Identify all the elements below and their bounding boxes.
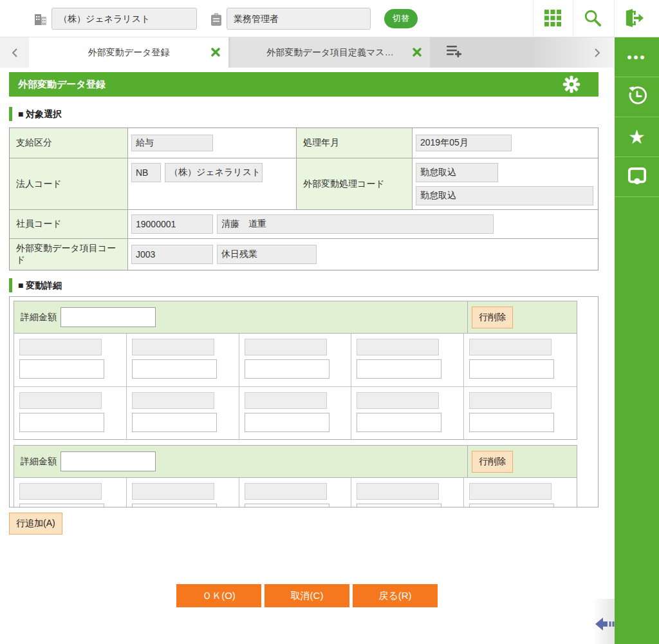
corporate-code-input [131, 163, 161, 182]
detail-item-value-input[interactable] [469, 413, 554, 432]
detail-grid-cell [239, 387, 352, 439]
item-code-cell [128, 239, 598, 270]
tab-external-data-entry[interactable]: 外部変動データ登録 [29, 37, 228, 68]
detail-item-readonly-input [469, 339, 552, 355]
detail-grid-cell [351, 478, 464, 507]
detail-item-readonly-input [357, 392, 439, 409]
ok-button[interactable]: ＯＫ(O) [176, 584, 261, 607]
detail-row-header: 詳細金額 行削除 [14, 446, 577, 478]
detail-item-readonly-input [19, 392, 102, 409]
detail-grid-row [14, 478, 577, 507]
logout-icon [624, 8, 644, 30]
detail-item-readonly-input [132, 392, 214, 409]
employee-name-input [217, 214, 494, 234]
clipboard-icon [209, 12, 224, 27]
detail-item-value-input[interactable] [19, 413, 104, 432]
payment-category-input [131, 135, 213, 151]
detail-item-value-input[interactable] [132, 504, 217, 507]
note-icon [627, 166, 647, 187]
page-title: 外部変動データ登録 [9, 79, 106, 91]
history-button[interactable] [615, 77, 659, 117]
detail-row-block: 詳細金額 行削除 [14, 445, 577, 507]
back-button[interactable]: 戻る(R) [353, 584, 438, 607]
detail-item-readonly-input [357, 339, 439, 355]
favorites-button[interactable]: ★ [615, 117, 659, 157]
payment-category-cell [128, 128, 297, 158]
detail-grid-cell [127, 478, 239, 507]
detail-grid-cell [239, 478, 352, 507]
detail-item-readonly-input [245, 483, 327, 500]
external-process-code-cell [413, 158, 598, 210]
process-month-input [416, 135, 512, 151]
tab-bar: 外部変動データ登録 外部変動データ項目定義マス… [0, 37, 615, 68]
detail-grid-cell [464, 334, 577, 386]
detail-row-header: 詳細金額 行削除 [14, 301, 577, 334]
switch-button[interactable]: 切替 [384, 9, 418, 28]
search-icon [583, 8, 602, 30]
process-month-cell [413, 128, 598, 158]
item-name-input [217, 245, 317, 264]
collapse-panel-arrow-icon[interactable] [595, 616, 617, 632]
detail-item-value-input[interactable] [357, 413, 441, 432]
detail-item-value-input[interactable] [245, 504, 330, 507]
tab-item-definition-master[interactable]: 外部変動データ項目定義マス… [230, 37, 430, 68]
logout-button[interactable] [614, 0, 654, 37]
process-month-label: 処理年月 [297, 128, 413, 158]
add-row-button[interactable]: 行追加(A) [9, 513, 62, 535]
detail-grid-cell [14, 387, 127, 439]
detail-grid-cell [351, 387, 464, 439]
detail-item-value-input[interactable] [245, 359, 330, 379]
close-tab-icon[interactable] [211, 48, 220, 59]
external-process-name-input [416, 186, 593, 205]
section-target-select: ■ 対象選択 [9, 107, 62, 121]
detail-grid-cell [14, 334, 127, 386]
detail-amount-input[interactable] [60, 451, 156, 471]
detail-item-readonly-input [132, 339, 214, 355]
item-code-input [131, 245, 213, 264]
delete-row-button[interactable]: 行削除 [472, 451, 513, 473]
detail-item-value-input[interactable] [469, 504, 554, 507]
detail-grid-cell [127, 334, 239, 386]
building-icon [33, 12, 48, 27]
detail-item-value-input[interactable] [469, 359, 554, 379]
tab-scroll-left-button[interactable] [0, 37, 29, 68]
memo-button[interactable] [615, 157, 659, 197]
target-select-table: 支給区分 処理年月 法人コード 外部変動処理コード 社員コード 外部変動データ項… [9, 128, 599, 270]
detail-amount-input[interactable] [60, 307, 156, 327]
detail-item-value-input[interactable] [357, 359, 441, 379]
section-change-detail: ■ 変動詳細 [9, 278, 62, 292]
cancel-button[interactable]: 取消(C) [265, 584, 349, 607]
detail-grid [14, 478, 577, 507]
search-button[interactable] [573, 0, 613, 37]
apps-grid-button[interactable] [533, 0, 573, 37]
detail-row-block: 詳細金額 行削除 [14, 301, 577, 440]
detail-item-value-input[interactable] [132, 413, 217, 432]
close-tab-icon[interactable] [413, 48, 422, 59]
tab-scroll-right-button[interactable] [582, 37, 611, 68]
detail-item-value-input[interactable] [245, 413, 330, 432]
tab-label: 外部変動データ項目定義マス… [266, 47, 393, 59]
detail-item-readonly-input [469, 392, 552, 409]
detail-item-readonly-input [357, 483, 439, 500]
top-header: （株）ジェネラリスト 業務管理者 切替 [0, 0, 659, 37]
right-sidebar: ••• ★ [615, 37, 659, 644]
detail-item-value-input[interactable] [19, 359, 104, 379]
payment-category-label: 支給区分 [10, 128, 128, 158]
detail-item-value-input[interactable] [132, 359, 217, 379]
settings-gear-icon[interactable] [562, 75, 580, 96]
detail-grid-row [14, 334, 577, 386]
detail-item-value-input[interactable] [19, 504, 104, 507]
role-field: 業務管理者 [227, 8, 371, 30]
detail-amount-label: 詳細金額 [21, 312, 57, 323]
star-icon: ★ [628, 128, 645, 147]
add-tab-button[interactable] [435, 37, 474, 68]
delete-row-button[interactable]: 行削除 [472, 307, 513, 328]
detail-item-readonly-input [245, 392, 327, 409]
detail-grid-row [14, 386, 577, 439]
page-title-bar: 外部変動データ登録 [9, 72, 599, 97]
corporate-code-label: 法人コード [10, 158, 128, 210]
app-window: （株）ジェネラリスト 業務管理者 切替 [0, 0, 659, 644]
employee-code-label: 社員コード [10, 210, 128, 239]
more-options-button[interactable]: ••• [615, 37, 659, 77]
detail-item-value-input[interactable] [357, 504, 441, 507]
